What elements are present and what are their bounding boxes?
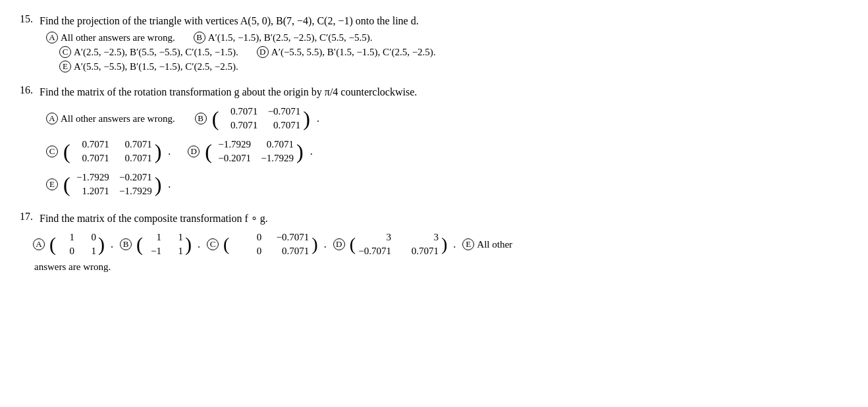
q17-optB-matrix: ( 11 −11 )	[136, 230, 192, 259]
q17-optC: C ( 0−0.7071 00.7071 ) .	[207, 229, 327, 259]
q17-optA-matrix: ( 10 01 )	[49, 230, 105, 259]
question-16: 16. Find the matrix of the rotation tran…	[20, 84, 848, 199]
q17-answers-row: A ( 10 01 ) . B ( 11 −11	[33, 229, 848, 259]
q17-optB: B ( 11 −11 ) .	[120, 230, 200, 259]
q17-optE: E All other	[462, 238, 512, 250]
q15-optC-text: A′(2.5, −2.5), B′(5.5, −5.5), C′(1.5, −1…	[74, 47, 238, 58]
q17-optE-circle: E	[462, 238, 474, 250]
q15-optB-circle: B	[194, 32, 205, 43]
q15-text: Find the projection of the triangle with…	[40, 13, 419, 29]
q16-optB-circle: B	[195, 113, 207, 124]
q17-text: Find the matrix of the composite transfo…	[40, 211, 268, 227]
q15-optD-text: A′(−5.5, 5.5), B′(1.5, −1.5), C′(2.5, −2…	[271, 47, 436, 58]
q16-optB-matrix: ( 0.7071−0.7071 0.70710.7071 )	[212, 104, 310, 133]
q17-optA: A ( 10 01 ) .	[33, 230, 113, 259]
q17-optE-text1: All other	[477, 239, 512, 250]
q16-optC-matrix: ( 0.70710.7071 0.70710.7071 )	[63, 137, 161, 166]
q16-optD-matrix: ( −1.79290.7071 −0.2071−1.7929 )	[205, 137, 303, 166]
q15-number: 15.	[20, 13, 40, 25]
q16-number: 16.	[20, 84, 40, 96]
q16-text: Find the matrix of the rotation transfor…	[40, 84, 417, 100]
q15-optE-circle: E	[59, 61, 71, 72]
q15-optD-circle: D	[257, 46, 269, 58]
q16-optD-circle: D	[188, 146, 200, 157]
q17-optD-circle: D	[333, 238, 345, 250]
q17-number: 17.	[20, 211, 40, 223]
q17-optD-matrix: ( 33 −0.70710.7071 )	[350, 229, 448, 259]
q17-optE-text2: answers are wrong.	[34, 261, 111, 272]
q17-optD: D ( 33 −0.70710.7071 ) .	[333, 229, 456, 259]
q16-optE-circle: E	[46, 178, 58, 190]
q15-answers: A All other answers are wrong. B A′(1.5,…	[46, 32, 848, 72]
q17-optC-matrix: ( 0−0.7071 00.7071 )	[223, 229, 318, 259]
q15-optC-circle: C	[59, 46, 71, 58]
q17-optB-circle: B	[120, 238, 132, 250]
q15-optA-text: All other answers are wrong.	[61, 32, 175, 43]
q16-optE-matrix: ( −1.7929−0.2071 1.2071−1.7929 )	[63, 170, 161, 199]
question-17: 17. Find the matrix of the composite tra…	[20, 211, 848, 273]
q15-optB-text: A′(1.5, −1.5), B′(2.5, −2.5), C′(5.5, −5…	[208, 32, 373, 43]
question-15: 15. Find the projection of the triangle …	[20, 13, 848, 72]
q16-optA-circle: A	[46, 113, 58, 124]
q16-optA-text: All other answers are wrong.	[61, 113, 175, 124]
q15-optA-circle: A	[46, 32, 58, 43]
q16-optC-circle: C	[46, 146, 58, 157]
q15-optE-text: A′(5.5, −5.5), B′(1.5, −1.5), C′(2.5, −2…	[74, 61, 238, 72]
q16-answers: A All other answers are wrong. B ( 0.707…	[46, 104, 848, 199]
q17-optA-circle: A	[33, 238, 45, 250]
q17-optC-circle: C	[207, 238, 219, 250]
